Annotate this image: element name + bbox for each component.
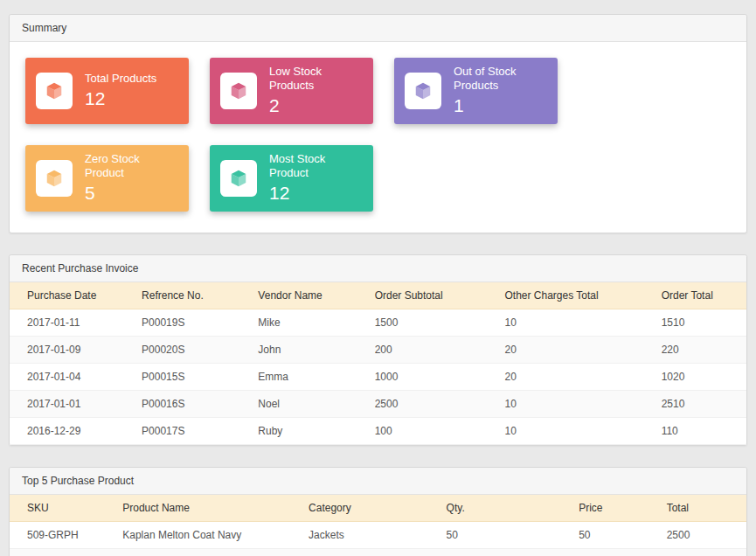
table-cell: Shirts [300,549,438,556]
column-header: Product Name [114,495,300,522]
recent-purchase-invoice-title: Recent Purchase Invoice [10,255,746,282]
table-row: 2017-01-01 P00016S Noel 2500 10 2510 [10,391,746,418]
table-cell: 10 [438,549,571,556]
table-cell: 307-CARB [10,549,114,556]
stat-card-zero-stock: Zero Stock Product 5 [25,145,189,212]
column-header: Order Total [653,282,746,309]
stat-label: Zero Stock Product [85,152,178,181]
table-cell: 100 [570,549,657,556]
summary-cards: Total Products 12 Low Stock Products 2 [10,42,746,233]
recent-purchase-invoice-panel: Recent Purchase Invoice Purchase Date Re… [9,254,747,446]
cube-icon [405,73,441,109]
table-cell: 10 [496,309,653,337]
stat-value: 1 [454,94,547,117]
table-row: 307-CARB Patch Rugger LS Shirt Taupe Shi… [10,549,746,556]
stat-card-most-stock: Most Stock Product 12 [210,145,373,212]
table-cell: P00019S [133,309,249,337]
table-cell: John [249,337,365,364]
summary-panel-title: Summary [10,15,746,42]
stat-card-low-stock: Low Stock Products 2 [210,58,373,124]
table-cell: 10 [496,418,653,445]
table-cell: 2500 [366,391,496,418]
stat-value: 2 [269,94,363,117]
top-purchase-product-title: Top 5 Purchase Product [10,468,746,495]
table-cell: 1000 [658,549,746,556]
table-cell: P00016S [133,391,249,418]
stat-value: 5 [85,182,178,205]
column-header: Other Charges Total [496,282,653,309]
cube-icon [36,73,73,109]
table-cell: 1510 [653,309,746,337]
table-cell: 50 [570,522,657,549]
stat-card-out-of-stock: Out of Stock Products 1 [394,58,558,124]
column-header: Total [658,495,746,522]
table-cell: 2017-01-09 [10,337,133,364]
cube-icon [220,160,257,197]
table-row: 2016-12-29 P00017S Ruby 100 10 110 [10,418,746,445]
table-cell: 509-GRPH [10,522,114,549]
table-cell: 220 [653,337,746,364]
table-cell: 1500 [366,309,496,337]
column-header: Category [300,495,438,522]
table-cell: 10 [496,391,653,418]
table-cell: P00015S [133,364,249,391]
stat-label: Most Stock Product [269,152,363,181]
column-header: Purchase Date [10,282,133,309]
table-row: 2017-01-09 P00020S John 200 20 220 [10,337,746,364]
table-cell: Ruby [249,418,365,445]
table-cell: 200 [366,337,496,364]
table-cell: 20 [496,337,653,364]
summary-panel: Summary Total Products 12 [9,14,747,233]
stat-card-total-products: Total Products 12 [25,58,189,124]
table-cell: P00017S [133,418,249,445]
table-cell: 50 [438,522,571,549]
column-header: Refrence No. [133,282,249,309]
product-table: SKU Product Name Category Qty. Price Tot… [10,495,746,556]
invoice-header-row: Purchase Date Refrence No. Vendor Name O… [10,282,746,309]
column-header: SKU [10,495,114,522]
table-cell: 110 [653,418,746,445]
stat-value: 12 [269,182,363,205]
stat-label: Low Stock Products [269,65,363,94]
table-row: 509-GRPH Kaplan Melton Coat Navy Jackets… [10,522,746,549]
table-cell: 2016-12-29 [10,418,133,445]
table-cell: Kaplan Melton Coat Navy [114,522,300,549]
column-header: Vendor Name [249,282,365,309]
table-cell: 1020 [653,364,746,391]
table-row: 2017-01-04 P00015S Emma 1000 20 1020 [10,364,746,391]
product-header-row: SKU Product Name Category Qty. Price Tot… [10,495,746,522]
invoice-table: Purchase Date Refrence No. Vendor Name O… [10,282,746,445]
cube-icon [36,160,73,197]
stat-label: Out of Stock Products [454,65,547,94]
stat-label: Total Products [85,72,156,86]
table-cell: 2017-01-11 [10,309,133,337]
stat-value: 12 [85,87,156,110]
table-cell: Jackets [300,522,438,549]
column-header: Price [570,495,657,522]
table-cell: 1000 [366,364,496,391]
top-purchase-product-panel: Top 5 Purchase Product SKU Product Name … [9,467,747,556]
table-cell: 20 [496,364,653,391]
table-cell: 100 [366,418,496,445]
table-cell: 2500 [658,522,746,549]
cube-icon [220,73,257,109]
column-header: Qty. [438,495,571,522]
table-cell: 2017-01-01 [10,391,133,418]
table-row: 2017-01-11 P00019S Mike 1500 10 1510 [10,309,746,337]
table-cell: Emma [249,364,365,391]
table-cell: 2017-01-04 [10,364,133,391]
column-header: Order Subtotal [366,282,496,309]
table-cell: P00020S [133,337,249,364]
table-cell: 2510 [653,391,746,418]
table-cell: Noel [249,391,365,418]
table-cell: Mike [249,309,365,337]
table-cell: Patch Rugger LS Shirt Taupe [114,549,300,556]
